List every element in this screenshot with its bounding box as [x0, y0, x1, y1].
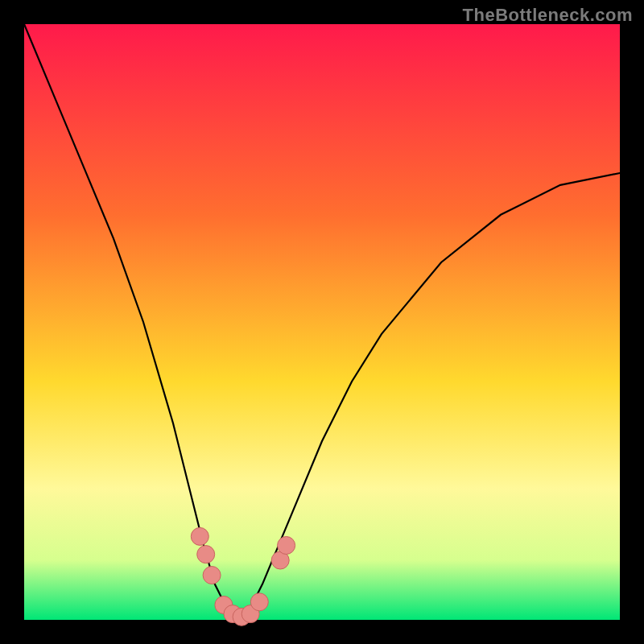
- curve-marker: [197, 546, 215, 564]
- curve-marker: [250, 593, 268, 611]
- plot-background: [24, 24, 620, 620]
- curve-marker: [278, 537, 295, 555]
- curve-marker: [191, 527, 208, 545]
- chart-stage: TheBottleneck.com: [0, 0, 644, 644]
- bottleneck-chart: [0, 0, 644, 644]
- curve-marker: [203, 567, 221, 584]
